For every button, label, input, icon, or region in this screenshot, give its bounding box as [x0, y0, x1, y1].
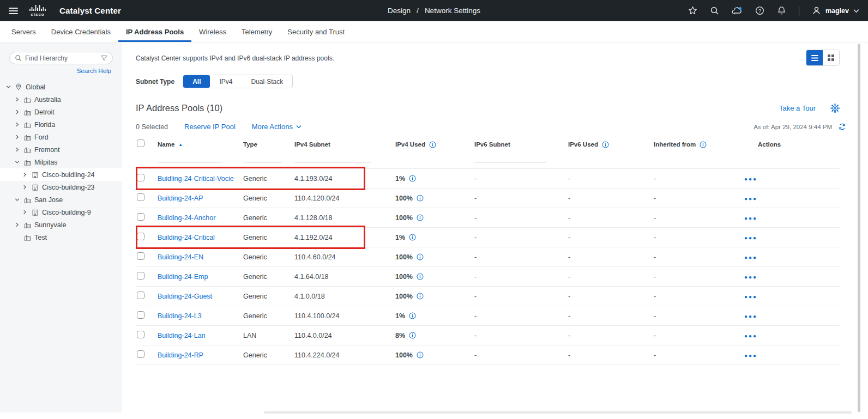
gear-icon[interactable] — [830, 104, 840, 113]
chevron-right-icon[interactable] — [14, 134, 20, 140]
reserve-ip-pool-button[interactable]: Reserve IP Pool — [184, 123, 236, 131]
chevron-right-icon[interactable] — [14, 122, 20, 127]
row-checkbox[interactable] — [137, 292, 144, 299]
tab-telemetry[interactable]: Telemetry — [234, 21, 280, 42]
row-actions-ellipsis-icon[interactable]: ●●● — [741, 176, 757, 182]
tab-servers[interactable]: Servers — [4, 21, 44, 42]
ipv4-used-info-icon[interactable] — [409, 312, 416, 319]
row-actions-ellipsis-icon[interactable]: ●●● — [741, 333, 757, 339]
row-checkbox[interactable] — [137, 252, 144, 260]
row-checkbox[interactable] — [137, 350, 144, 358]
subnet-option-ipv4[interactable]: IPv4 — [210, 75, 242, 88]
tree-node-milpitas[interactable]: Milpitas — [0, 156, 122, 168]
pool-name-link[interactable]: Building-24-L3 — [158, 312, 243, 320]
chevron-right-icon[interactable] — [14, 222, 20, 228]
filter-input-ipv4-subnet[interactable] — [294, 153, 371, 162]
breadcrumb-section[interactable]: Design — [388, 7, 411, 15]
select-all-checkbox[interactable] — [137, 139, 144, 147]
row-checkbox[interactable] — [137, 311, 144, 319]
row-checkbox[interactable] — [137, 193, 144, 201]
tab-security-and-trust[interactable]: Security and Trust — [280, 21, 352, 42]
tree-node-cisco-building-9[interactable]: Cisco-building-9 — [0, 206, 122, 218]
chevron-right-icon[interactable] — [22, 209, 28, 215]
search-icon[interactable] — [710, 6, 719, 15]
column-header-ipv4-used[interactable]: IPv4 Used — [395, 141, 474, 148]
find-hierarchy-input[interactable] — [25, 54, 98, 62]
chevron-down-icon[interactable] — [5, 84, 11, 90]
row-checkbox[interactable] — [137, 213, 144, 221]
column-header-name[interactable]: Name▲ — [158, 141, 243, 148]
search-help-link[interactable]: Search Help — [0, 68, 122, 74]
ipv4-used-info-icon[interactable] — [417, 195, 424, 202]
ipv4-used-info-icon[interactable] — [409, 332, 416, 339]
tree-node-fremont[interactable]: Fremont — [0, 143, 122, 156]
row-checkbox[interactable] — [137, 272, 144, 280]
subnet-option-dual-stack[interactable]: Dual-Stack — [242, 75, 292, 88]
tree-node-san-jose[interactable]: San Jose — [0, 193, 122, 206]
tree-node-florida[interactable]: Florida — [0, 118, 122, 131]
tree-node-detroit[interactable]: Detroit — [0, 106, 122, 118]
tree-node-ford[interactable]: Ford — [0, 131, 122, 143]
row-actions-ellipsis-icon[interactable]: ●●● — [741, 294, 757, 300]
chevron-right-icon[interactable] — [14, 96, 20, 102]
filter-icon[interactable] — [101, 55, 107, 62]
pool-name-link[interactable]: Building-24-Critical — [158, 234, 243, 241]
row-checkbox[interactable] — [137, 233, 144, 240]
row-actions-ellipsis-icon[interactable]: ●●● — [741, 274, 757, 280]
pool-name-link[interactable]: Buidling-24-Critical-Vocie — [158, 175, 243, 183]
pool-name-link[interactable]: Building-24-EN — [158, 253, 243, 261]
filter-input-name[interactable] — [158, 153, 222, 162]
chevron-right-icon[interactable] — [22, 172, 28, 178]
tree-node-sunnyvale[interactable]: Sunnyvale — [0, 218, 122, 231]
row-actions-ellipsis-icon[interactable]: ●●● — [741, 353, 757, 359]
column-header-inherited-from[interactable]: Inherited from — [654, 141, 741, 148]
help-icon[interactable]: ? — [755, 6, 764, 15]
tree-node-test[interactable]: Test — [0, 231, 122, 244]
ipv4-used-info-icon[interactable] — [417, 214, 424, 221]
notifications-bell-icon[interactable] — [777, 6, 786, 15]
pool-name-link[interactable]: Building-24-Lan — [158, 332, 243, 339]
tab-ip-address-pools[interactable]: IP Address Pools — [118, 21, 191, 42]
ipv4-used-info-icon[interactable] — [417, 351, 424, 359]
column-header-ipv6-used[interactable]: IPv6 Used — [568, 141, 654, 148]
row-checkbox[interactable] — [137, 174, 144, 181]
horizontal-scrollbar[interactable] — [264, 411, 852, 414]
column-header-actions[interactable]: Actions — [741, 141, 840, 148]
cloud-icon[interactable] — [732, 7, 743, 15]
filter-input-ipv6-subnet[interactable] — [474, 153, 546, 162]
more-actions-button[interactable]: More Actions — [252, 123, 302, 131]
ipv4-used-info-icon[interactable] — [409, 234, 416, 241]
list-view-button[interactable] — [806, 50, 823, 65]
column-header-ipv4-subnet[interactable]: IPv4 Subnet — [294, 141, 395, 148]
column-header-type[interactable]: Type — [243, 141, 294, 148]
pool-name-link[interactable]: Building-24-RP — [158, 351, 243, 359]
user-menu[interactable]: maglev — [812, 6, 859, 15]
column-info-icon[interactable] — [429, 141, 436, 148]
column-info-icon[interactable] — [700, 141, 707, 148]
ipv4-used-info-icon[interactable] — [417, 273, 424, 280]
column-info-icon[interactable] — [602, 141, 609, 148]
tree-node-australia[interactable]: Australia — [0, 93, 122, 106]
subnet-option-all[interactable]: All — [183, 75, 210, 88]
column-header-ipv6-subnet[interactable]: IPv6 Subnet — [474, 141, 568, 148]
menu-hamburger-icon[interactable] — [9, 8, 18, 14]
row-actions-ellipsis-icon[interactable]: ●●● — [741, 254, 757, 260]
pool-name-link[interactable]: Building-24-Anchor — [158, 214, 243, 222]
chevron-down-icon[interactable] — [14, 159, 20, 165]
pool-name-link[interactable]: Building-24-Emp — [158, 273, 243, 281]
pool-name-link[interactable]: Building-24-AP — [158, 195, 243, 202]
tree-node-global[interactable]: Global — [0, 81, 122, 93]
chevron-right-icon[interactable] — [14, 147, 20, 153]
ipv4-used-info-icon[interactable] — [417, 293, 424, 300]
chevron-right-icon[interactable] — [22, 184, 28, 190]
filter-input-type[interactable] — [243, 153, 282, 162]
vertical-scrollbar[interactable] — [858, 44, 860, 412]
ipv4-used-info-icon[interactable] — [417, 253, 424, 260]
pool-name-link[interactable]: Building-24-Guest — [158, 293, 243, 300]
tree-node-cisco-building-23[interactable]: Cisco-building-23 — [0, 181, 122, 193]
tree-node-cisco-buidling-24[interactable]: Cisco-buidling-24 — [0, 168, 122, 181]
chevron-right-icon[interactable] — [14, 109, 20, 115]
row-actions-ellipsis-icon[interactable]: ●●● — [741, 215, 757, 221]
row-actions-ellipsis-icon[interactable]: ●●● — [741, 235, 757, 241]
chevron-down-icon[interactable] — [14, 197, 20, 203]
